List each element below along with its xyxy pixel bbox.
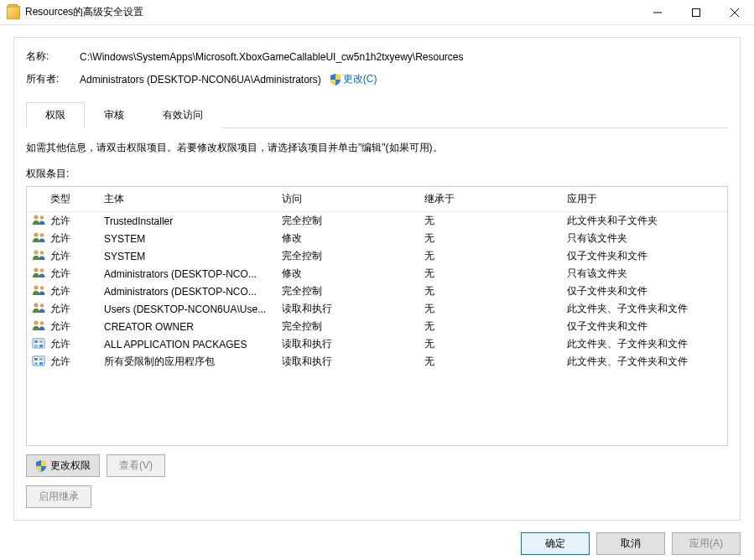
cell-principal: Users (DESKTOP-NCON6UA\Use... xyxy=(104,303,282,315)
shield-icon xyxy=(330,74,341,86)
change-owner-link[interactable]: 更改(C) xyxy=(343,72,377,86)
apply-button[interactable]: 应用(A) xyxy=(672,532,741,555)
cell-access: 读取和执行 xyxy=(282,337,424,351)
cell-type: 允许 xyxy=(50,337,104,351)
svg-point-8 xyxy=(34,250,38,254)
cell-type: 允许 xyxy=(50,231,104,246)
svg-rect-24 xyxy=(34,358,38,360)
owner-label: 所有者: xyxy=(26,72,80,86)
col-type[interactable]: 类型 xyxy=(50,192,104,206)
cell-applies: 只有该文件夹 xyxy=(567,267,727,281)
table-row[interactable]: 允许所有受限制的应用程序包读取和执行无此文件夹、子文件夹和文件 xyxy=(27,353,727,371)
inherit-row: 启用继承 xyxy=(26,485,728,508)
svg-rect-25 xyxy=(39,358,43,360)
table-row[interactable]: 允许Administrators (DESKTOP-NCO...修改无只有该文件… xyxy=(27,265,727,283)
ok-button[interactable]: 确定 xyxy=(521,532,590,555)
enable-inheritance-button[interactable]: 启用继承 xyxy=(26,485,91,508)
cell-type: 允许 xyxy=(50,319,104,334)
cell-inherited: 无 xyxy=(424,319,567,334)
cell-access: 完全控制 xyxy=(282,284,424,298)
cell-type: 允许 xyxy=(50,249,104,263)
cancel-button[interactable]: 取消 xyxy=(596,532,665,555)
table-row[interactable]: 允许Users (DESKTOP-NCON6UA\Use...读取和执行无此文件… xyxy=(27,300,727,318)
svg-point-17 xyxy=(40,321,44,325)
svg-point-13 xyxy=(40,286,44,290)
cell-type: 允许 xyxy=(50,355,104,369)
dialog-body: 名称: C:\Windows\SystemApps\Microsoft.Xbox… xyxy=(0,25,754,560)
cell-access: 读取和执行 xyxy=(282,302,424,316)
cell-type: 允许 xyxy=(50,284,104,298)
main-panel: 名称: C:\Windows\SystemApps\Microsoft.Xbox… xyxy=(13,37,741,521)
close-button[interactable] xyxy=(715,0,754,24)
tab-auditing[interactable]: 审核 xyxy=(85,102,143,128)
svg-rect-1 xyxy=(693,8,700,16)
cell-applies: 此文件夹、子文件夹和文件 xyxy=(567,337,727,351)
table-row[interactable]: 允许Administrators (DESKTOP-NCO...完全控制无仅子文… xyxy=(27,283,727,300)
window-controls xyxy=(638,0,754,24)
table-row[interactable]: 允许ALL APPLICATION PACKAGES读取和执行无此文件夹、子文件… xyxy=(27,335,727,353)
cell-inherited: 无 xyxy=(424,267,567,281)
col-applies[interactable]: 应用于 xyxy=(567,192,727,206)
cell-principal: ALL APPLICATION PACKAGES xyxy=(104,339,282,350)
table-row[interactable]: 允许SYSTEM修改无只有该文件夹 xyxy=(27,230,727,247)
dialog-footer: 确定 取消 应用(A) xyxy=(13,532,741,555)
col-principal[interactable]: 主体 xyxy=(104,192,282,206)
owner-value: Administrators (DESKTOP-NCON6UA\Administ… xyxy=(80,74,321,86)
cell-principal: SYSTEM xyxy=(104,251,282,262)
users-icon xyxy=(32,267,47,278)
view-button[interactable]: 查看(V) xyxy=(107,454,165,477)
cell-inherited: 无 xyxy=(424,355,567,369)
col-inherited[interactable]: 继承于 xyxy=(424,192,567,206)
cell-access: 修改 xyxy=(282,231,424,246)
svg-point-6 xyxy=(34,232,38,236)
package-icon xyxy=(32,337,47,349)
cell-inherited: 无 xyxy=(424,284,567,298)
help-text: 如需其他信息，请双击权限项目。若要修改权限项目，请选择该项目并单击"编辑"(如果… xyxy=(26,140,728,155)
col-access[interactable]: 访问 xyxy=(282,192,424,206)
table-row[interactable]: 允许TrustedInstaller完全控制无此文件夹和子文件夹 xyxy=(27,212,727,230)
name-label: 名称: xyxy=(26,49,80,64)
svg-rect-27 xyxy=(39,362,43,365)
cell-type: 允许 xyxy=(50,267,104,281)
cell-applies: 只有该文件夹 xyxy=(567,231,727,246)
cell-inherited: 无 xyxy=(424,249,567,263)
svg-point-15 xyxy=(40,303,44,308)
cell-access: 修改 xyxy=(282,267,424,281)
cell-inherited: 无 xyxy=(424,337,567,351)
users-icon xyxy=(32,214,47,226)
action-row: 更改权限 查看(V) xyxy=(26,454,728,477)
cell-access: 读取和执行 xyxy=(282,355,424,369)
cell-applies: 此文件夹、子文件夹和文件 xyxy=(567,302,727,316)
cell-applies: 此文件夹和子文件夹 xyxy=(567,214,727,228)
svg-rect-19 xyxy=(34,340,38,343)
change-permissions-label: 更改权限 xyxy=(50,459,91,473)
table-row[interactable]: 允许SYSTEM完全控制无仅子文件夹和文件 xyxy=(27,247,727,265)
users-icon xyxy=(32,302,47,314)
maximize-button[interactable] xyxy=(677,0,715,24)
tab-permissions[interactable]: 权限 xyxy=(26,102,85,128)
folder-icon xyxy=(7,6,20,19)
cell-principal: TrustedInstaller xyxy=(104,215,282,227)
package-icon xyxy=(32,355,47,366)
owner-row: 所有者: Administrators (DESKTOP-NCON6UA\Adm… xyxy=(26,72,728,86)
svg-point-5 xyxy=(40,215,44,220)
table-row[interactable]: 允许CREATOR OWNER完全控制无仅子文件夹和文件 xyxy=(27,318,727,335)
table-header: 类型 主体 访问 继承于 应用于 xyxy=(27,187,727,212)
cell-access: 完全控制 xyxy=(282,319,424,334)
svg-point-10 xyxy=(34,267,38,272)
cell-access: 完全控制 xyxy=(282,249,424,263)
cell-principal: CREATOR OWNER xyxy=(104,321,282,333)
tab-effective-access[interactable]: 有效访问 xyxy=(143,102,222,128)
svg-point-7 xyxy=(40,233,44,237)
cell-applies: 仅子文件夹和文件 xyxy=(567,284,727,298)
change-permissions-button[interactable]: 更改权限 xyxy=(26,454,100,477)
cell-type: 允许 xyxy=(50,302,104,316)
minimize-button[interactable] xyxy=(638,0,677,24)
svg-rect-22 xyxy=(39,345,43,347)
cell-inherited: 无 xyxy=(424,214,567,228)
users-icon xyxy=(32,284,47,296)
svg-point-4 xyxy=(34,215,38,219)
tabs: 权限 审核 有效访问 xyxy=(26,101,728,128)
users-icon xyxy=(32,319,47,331)
svg-rect-20 xyxy=(39,340,43,343)
